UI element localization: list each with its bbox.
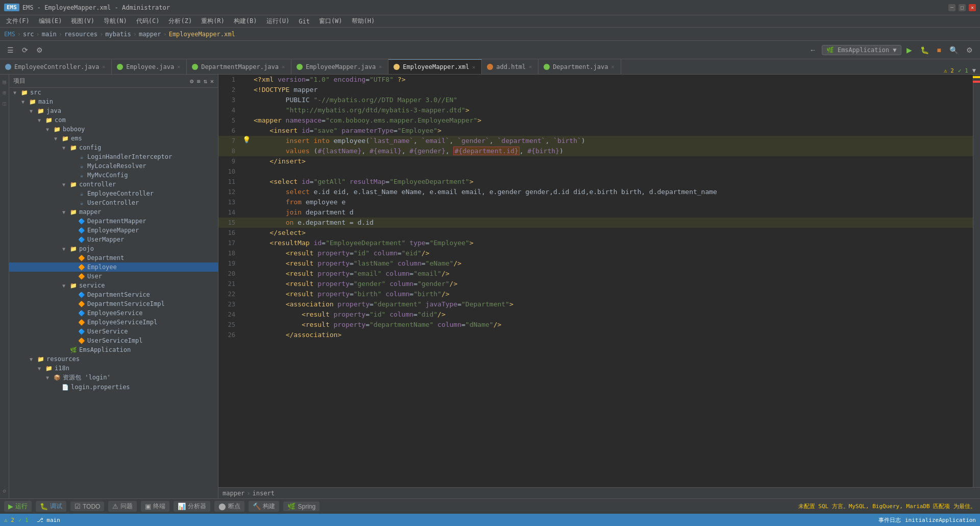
debug-button[interactable]: 🐛	[917, 45, 932, 55]
tree-node-user-mapper[interactable]: 🔷 UserMapper	[9, 235, 218, 244]
tree-node-i18n[interactable]: ▼ 📁 i18n	[9, 364, 218, 373]
breadcrumb-file[interactable]: EmployeeMapper.xml	[169, 31, 235, 38]
spring-panel-button[interactable]: 🌿 Spring	[283, 501, 320, 511]
breadcrumb-main[interactable]: main	[42, 31, 57, 38]
menu-refactor[interactable]: 重构(R)	[197, 16, 229, 27]
editor-content[interactable]: 1 <?xml version="1.0" encoding="UTF8" ?>…	[218, 75, 973, 487]
tree-node-user-class[interactable]: 🔶 User	[9, 272, 218, 281]
close-button[interactable]: ✕	[969, 4, 976, 11]
tab-add-html[interactable]: add.html ✕	[482, 59, 538, 74]
warning-count[interactable]: ⚠ 2	[4, 517, 14, 523]
tree-node-user-service[interactable]: 🔷 UserService	[9, 327, 218, 336]
build-panel-button[interactable]: 🔨 构建	[249, 501, 279, 512]
side-icon-2[interactable]: ⊞	[3, 89, 6, 96]
tree-node-emp-class[interactable]: 🔶 Employee	[9, 262, 218, 272]
sync-button[interactable]: ⟳	[19, 45, 31, 55]
search-everywhere-button[interactable]: 🔍	[946, 45, 961, 55]
profiler-panel-button[interactable]: 📊 分析器	[174, 501, 210, 512]
side-icon-4[interactable]: ⚙	[3, 488, 6, 494]
menu-git[interactable]: Git	[295, 17, 314, 26]
sidebar-close-icon[interactable]: ✕	[210, 78, 214, 85]
tree-node-login-interceptor[interactable]: ☕ LoginHandlerInterceptor	[9, 152, 218, 161]
menu-code[interactable]: 代码(C)	[132, 16, 164, 27]
side-icon-1[interactable]: ▤	[3, 79, 6, 85]
menu-edit[interactable]: 编辑(E)	[35, 16, 66, 27]
menu-nav[interactable]: 导航(N)	[100, 16, 131, 27]
sidebar-settings-icon[interactable]: ⚙	[190, 78, 193, 85]
breadcrumb-src[interactable]: src	[23, 31, 34, 38]
tab-employee-controller[interactable]: EmployeeController.java ✕	[0, 59, 112, 74]
maximize-button[interactable]: □	[959, 4, 966, 11]
issues-panel-button[interactable]: ⚠ 问题	[108, 501, 137, 512]
tab-overflow-button[interactable]: ▼	[972, 67, 976, 74]
tree-node-controller[interactable]: ▼ 📁 controller	[9, 180, 218, 189]
project-toggle-button[interactable]: ☰	[4, 45, 17, 55]
back-button[interactable]: ←	[806, 45, 820, 55]
run-config-selector[interactable]: 🌿 EmsApplication ▼	[822, 45, 901, 55]
tree-node-user-svc-impl[interactable]: 🔶 UserServiceImpl	[9, 336, 218, 345]
tree-node-java[interactable]: ▼ 📁 java	[9, 106, 218, 115]
todo-panel-button[interactable]: ☑ TODO	[70, 501, 104, 511]
tree-node-ems-app[interactable]: 🌿 EmsApplication	[9, 345, 218, 354]
tree-node-com[interactable]: ▼ 📁 com	[9, 115, 218, 125]
stop-button[interactable]: ■	[934, 45, 944, 55]
bulb-icon[interactable]: 💡	[242, 136, 251, 144]
tree-node-dept-svc-impl[interactable]: 🔶 DepartmentServiceImpl	[9, 299, 218, 308]
menu-run[interactable]: 运行(U)	[262, 16, 294, 27]
bottom-breadcrumb-mapper[interactable]: mapper	[223, 490, 244, 497]
tree-node-dept-mapper[interactable]: 🔷 DepartmentMapper	[9, 217, 218, 226]
menu-view[interactable]: 视图(V)	[67, 16, 99, 27]
settings-gear-button[interactable]: ⚙	[963, 45, 976, 55]
settings-button[interactable]: ⚙	[33, 45, 46, 55]
tab-dept-mapper[interactable]: DepartmentMapper.java ✕	[187, 59, 291, 74]
tree-node-mapper-folder[interactable]: ▼ 📁 mapper	[9, 207, 218, 217]
terminal-panel-button[interactable]: ▣ 终端	[141, 501, 169, 512]
bottom-breadcrumb-insert[interactable]: insert	[253, 490, 275, 497]
run-panel-button[interactable]: ▶ 运行	[4, 501, 32, 512]
debug-panel-button[interactable]: 🐛 调试	[36, 501, 66, 512]
breadcrumb-mapper[interactable]: mapper	[139, 31, 161, 38]
tree-node-service[interactable]: ▼ 📁 service	[9, 281, 218, 290]
tree-node-main[interactable]: ▼ 📁 main	[9, 97, 218, 106]
breadcrumb-ems[interactable]: EMS	[4, 31, 15, 38]
check-count[interactable]: ✓ 1	[18, 517, 29, 523]
minimize-button[interactable]: ─	[948, 4, 955, 11]
git-branch[interactable]: ⎇ main	[37, 517, 60, 523]
menu-window[interactable]: 窗口(W)	[315, 16, 347, 27]
breakpoints-panel-button[interactable]: ⬤ 断点	[214, 501, 244, 512]
tree-node-mvcconfig[interactable]: ☕ MyMvcConfig	[9, 171, 218, 180]
event-log[interactable]: 事件日志	[878, 516, 901, 524]
tree-node-user-controller[interactable]: ☕ UserController	[9, 198, 218, 207]
tree-node-ems[interactable]: ▼ 📁 ems	[9, 134, 218, 143]
tree-node-pojo[interactable]: ▼ 📁 pojo	[9, 244, 218, 253]
menu-build[interactable]: 构建(B)	[230, 16, 261, 27]
menu-file[interactable]: 文件(F)	[2, 16, 34, 27]
tree-node-emp-svc-impl[interactable]: 🔶 EmployeeServiceImpl	[9, 318, 218, 327]
menu-help[interactable]: 帮助(H)	[348, 16, 379, 27]
menu-analyze[interactable]: 分析(Z)	[164, 16, 196, 27]
tree-node-bobooy[interactable]: ▼ 📁 bobooy	[9, 125, 218, 134]
tree-node-dept-service[interactable]: 🔷 DepartmentService	[9, 290, 218, 299]
tree-node-src[interactable]: ▼ 📁 src	[9, 88, 218, 97]
tree-node-emp-controller[interactable]: ☕ EmployeeController	[9, 189, 218, 198]
tab-dept-java[interactable]: Department.java ✕	[538, 59, 621, 74]
tree-node-login-props[interactable]: 📄 login.properties	[9, 382, 218, 392]
toolbar-right: ← 🌿 EmsApplication ▼ ▶ 🐛 ■ 🔍 ⚙	[806, 45, 976, 55]
tree-node-config[interactable]: ▼ 📁 config	[9, 143, 218, 152]
tree-node-dept-class[interactable]: 🔶 Department	[9, 253, 218, 262]
tree-node-resources[interactable]: ▼ 📁 resources	[9, 354, 218, 364]
tree-node-locale[interactable]: ☕ MyLocaleResolver	[9, 161, 218, 171]
window-controls[interactable]: ─ □ ✕	[948, 4, 976, 11]
tab-emp-mapper-xml[interactable]: EmployeeMapper.xml ✕	[388, 59, 482, 74]
tree-node-emp-mapper[interactable]: 🔷 EmployeeMapper	[9, 226, 218, 235]
sidebar-collapse-icon[interactable]: ≡	[197, 78, 200, 85]
run-button[interactable]: ▶	[903, 45, 915, 55]
tree-node-login-bundle[interactable]: ▼ 📦 资源包 'login'	[9, 373, 218, 382]
breadcrumb-mybatis[interactable]: mybatis	[105, 31, 131, 38]
tree-node-emp-service[interactable]: 🔷 EmployeeService	[9, 308, 218, 318]
breadcrumb-resources[interactable]: resources	[64, 31, 97, 38]
side-icon-3[interactable]: ◫	[3, 100, 6, 107]
tab-emp-mapper-java[interactable]: EmployeeMapper.java ✕	[291, 59, 388, 74]
tab-employee[interactable]: Employee.java ✕	[112, 59, 187, 74]
sidebar-sort-icon[interactable]: ⇅	[204, 78, 207, 85]
